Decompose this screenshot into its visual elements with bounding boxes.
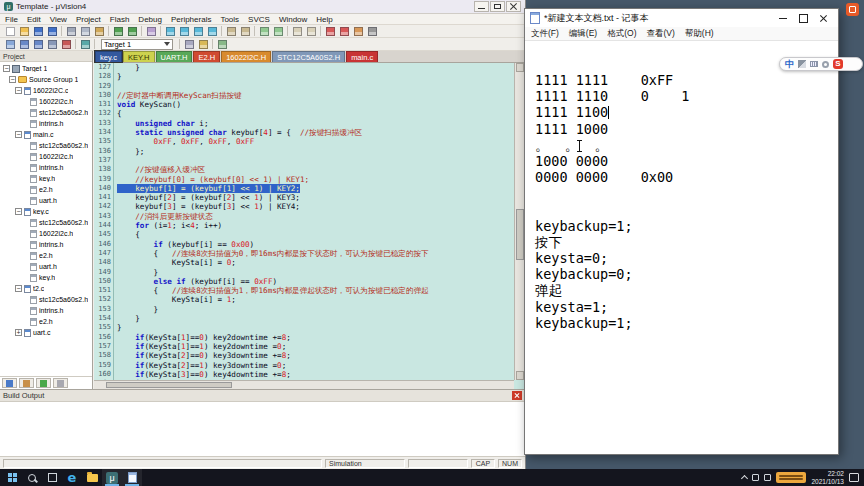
scroll-up-button[interactable] (516, 63, 524, 72)
menu-edit[interactable]: Edit (27, 15, 41, 24)
editor-tab-16022i2c-h[interactable]: 16022I2C.H (221, 51, 271, 62)
menu-peripherals[interactable]: Peripherals (171, 15, 211, 24)
tree-item-16022i2c-c[interactable]: −16022i2C.c (0, 85, 92, 96)
target-select[interactable]: Target 1 (101, 39, 173, 50)
menu-svcs[interactable]: SVCS (248, 15, 270, 24)
tree-item-e2-h[interactable]: e2.h (0, 184, 92, 195)
translate-icon[interactable] (3, 38, 17, 50)
editor-tab-uart-h[interactable]: UART.H (156, 51, 193, 62)
taskbar-start-button[interactable] (2, 469, 22, 486)
tree-item-main-c[interactable]: −main.c (0, 129, 92, 140)
new-file-icon[interactable] (3, 25, 17, 37)
tray-badge[interactable] (776, 472, 806, 483)
tray-volume-icon[interactable] (764, 474, 771, 481)
notepad-menu-1[interactable]: 文件(F) (531, 28, 559, 40)
tree-item-stc12c5a60s2-h[interactable]: stc12c5a60s2.h (0, 294, 92, 305)
editor-tab-e2-h[interactable]: E2.H (193, 51, 220, 62)
keyboard-icon[interactable] (810, 61, 818, 67)
editor-tab-main-c[interactable]: main.c (346, 51, 378, 62)
taskbar-edge-button[interactable]: e (62, 469, 82, 486)
notepad-menu-2[interactable]: 编辑(E) (569, 28, 597, 40)
tree-item-target-1[interactable]: −Target 1 (0, 63, 92, 74)
tree-item-source-group-1[interactable]: −Source Group 1 (0, 74, 92, 85)
maximize-button[interactable] (793, 10, 813, 26)
tree-item-16022i2c-h[interactable]: 16022i2c.h (0, 151, 92, 162)
outdent-icon[interactable] (238, 25, 252, 37)
paste-icon[interactable] (92, 25, 106, 37)
batch-build-icon[interactable] (45, 38, 59, 50)
taskbar-file-explorer-button[interactable] (82, 469, 102, 486)
tree-item-intrins-h[interactable]: intrins.h (0, 118, 92, 129)
save-icon[interactable] (31, 25, 45, 37)
panel-tab-project[interactable] (2, 378, 17, 388)
stop-build-icon[interactable] (59, 38, 73, 50)
breakpoint-kill-icon[interactable] (365, 25, 379, 37)
taskbar-clock[interactable]: 22:02 2021/10/13 (811, 470, 844, 485)
tree-item-16022i2c-h[interactable]: 16022i2c.h (0, 96, 92, 107)
scroll-down-button[interactable] (516, 371, 524, 380)
tree-expand-toggle[interactable]: − (9, 76, 16, 83)
desktop-shortcut-icon[interactable] (846, 3, 859, 16)
bookmark-prev-icon[interactable] (177, 25, 191, 37)
tree-item-e2-h[interactable]: e2.h (0, 316, 92, 327)
taskbar-search-button[interactable] (22, 469, 42, 486)
editor-tab-stc12c5a60s2-h[interactable]: STC12C5A60S2.H (272, 51, 345, 62)
settings-wrench-icon[interactable] (822, 61, 829, 68)
notepad-menu-5[interactable]: 帮助(H) (685, 28, 714, 40)
uncomment-icon[interactable] (271, 25, 285, 37)
breakpoint-disable-icon[interactable] (351, 25, 365, 37)
flag-icon[interactable] (196, 38, 210, 50)
bookmark-clear-icon[interactable] (205, 25, 219, 37)
notepad-text-area[interactable]: 1111 1111 0xFF1111 1110 0 11111 11001111… (526, 42, 837, 453)
find-in-files-icon[interactable] (304, 25, 318, 37)
tree-item-uart-c[interactable]: +uart.c (0, 327, 92, 338)
menu-view[interactable]: View (50, 15, 67, 24)
panel-tab-functions[interactable] (36, 378, 51, 388)
tree-item-intrins-h[interactable]: intrins.h (0, 162, 92, 173)
close-icon[interactable] (512, 391, 522, 400)
panel-tab-books[interactable] (19, 378, 34, 388)
tree-item-uart-h[interactable]: uart.h (0, 195, 92, 206)
tree-expand-toggle[interactable]: − (15, 208, 22, 215)
editor-tab-key-c[interactable]: key.c (95, 51, 122, 62)
comment-icon[interactable] (257, 25, 271, 37)
menu-tools[interactable]: Tools (220, 15, 239, 24)
taskbar-task-view-button[interactable] (42, 469, 62, 486)
redo-icon[interactable] (125, 25, 139, 37)
notification-center-icon[interactable] (849, 473, 859, 482)
build-icon[interactable] (17, 38, 31, 50)
close-button[interactable] (813, 10, 833, 26)
panel-tab-templates[interactable] (53, 378, 68, 388)
open-file-icon[interactable] (17, 25, 31, 37)
build-output-header[interactable]: Build Output (0, 390, 525, 402)
minimize-button[interactable] (773, 10, 793, 26)
tree-item-intrins-h[interactable]: intrins.h (0, 305, 92, 316)
tree-item-intrins-h[interactable]: intrins.h (0, 239, 92, 250)
tree-expand-toggle[interactable]: − (15, 131, 22, 138)
tree-item-key-h[interactable]: key.h (0, 272, 92, 283)
tree-expand-toggle[interactable]: + (15, 329, 22, 336)
breakpoint-toggle-icon[interactable] (337, 25, 351, 37)
tree-expand-toggle[interactable]: − (3, 65, 10, 72)
horizontal-scroll-thumb[interactable] (106, 382, 232, 388)
tree-item-stc12c5a60s2-h[interactable]: stc12c5a60s2.h (0, 140, 92, 151)
vertical-scroll-thumb[interactable] (516, 209, 524, 260)
menu-window[interactable]: Window (279, 15, 307, 24)
menu-project[interactable]: Project (76, 15, 101, 24)
download-icon[interactable] (78, 38, 92, 50)
tree-item-stc12c5a60s2-h[interactable]: stc12c5a60s2.h (0, 107, 92, 118)
taskbar-keil-button[interactable]: μ (102, 469, 122, 486)
cut-icon[interactable] (64, 25, 78, 37)
maximize-button[interactable] (490, 1, 505, 12)
find-icon[interactable] (290, 25, 304, 37)
bookmark-next-icon[interactable] (191, 25, 205, 37)
notepad-menu-4[interactable]: 查看(V) (646, 28, 674, 40)
options-icon[interactable] (182, 38, 196, 50)
ime-chinese-mode-icon[interactable]: 中 (785, 58, 794, 70)
editor-tab-key-h[interactable]: KEY.H (123, 51, 155, 62)
tree-expand-toggle[interactable]: − (15, 87, 22, 94)
menu-file[interactable]: File (5, 15, 18, 24)
debug-start-icon[interactable] (323, 25, 337, 37)
menu-help[interactable]: Help (316, 15, 332, 24)
undo-icon[interactable] (111, 25, 125, 37)
